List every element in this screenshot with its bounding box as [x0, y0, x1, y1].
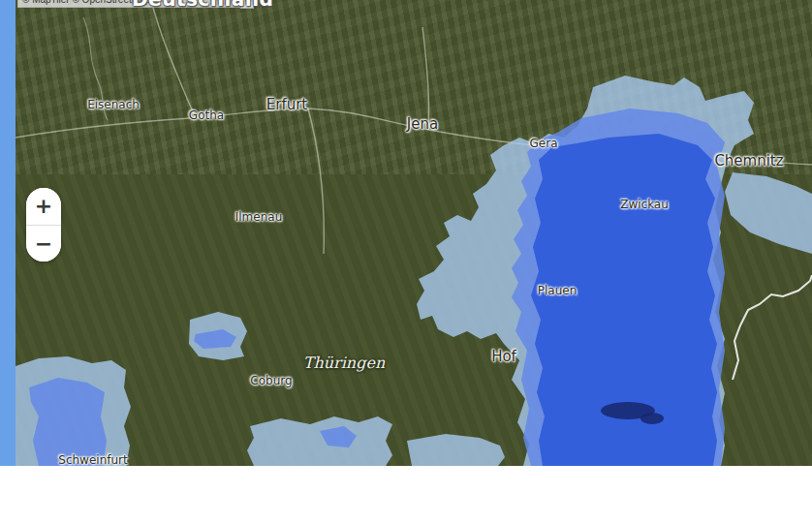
country-border-line — [733, 275, 812, 380]
city-label-chemnitz: Chemnitz — [714, 152, 783, 170]
city-label-hof: Hof — [491, 348, 516, 365]
region-label-thueringen: Thüringen — [303, 354, 385, 372]
city-label-zwickau: Zwickau — [620, 198, 669, 211]
radar-map[interactable]: © MapTiler © OpenStreetMap ▾ Deutschland… — [16, 0, 812, 466]
city-label-ilmenau: Ilmenau — [235, 210, 283, 224]
city-label-erfurt: Erfurt — [266, 96, 307, 113]
left-blue-strip — [0, 0, 16, 466]
city-label-coburg: Coburg — [250, 374, 292, 387]
zoom-in-button[interactable]: + — [26, 188, 61, 225]
country-label: Deutschland — [132, 0, 273, 11]
city-label-jena: Jena — [407, 115, 438, 133]
zoom-out-button[interactable]: − — [26, 226, 61, 262]
city-label-schweinfurt: Schweinfurt — [58, 453, 127, 466]
city-label-plauen: Plauen — [538, 284, 578, 297]
city-label-gotha: Gotha — [189, 108, 224, 122]
city-label-gera: Gera — [530, 137, 558, 150]
precipitation-overlay — [16, 0, 812, 466]
city-label-eisenach: Eisenach — [87, 98, 140, 111]
weather-radar-app: © MapTiler © OpenStreetMap ▾ Deutschland… — [0, 0, 812, 524]
timeline-player-bar: 23:00 22.06.2023 — [0, 466, 812, 524]
zoom-control: + − — [26, 188, 61, 262]
